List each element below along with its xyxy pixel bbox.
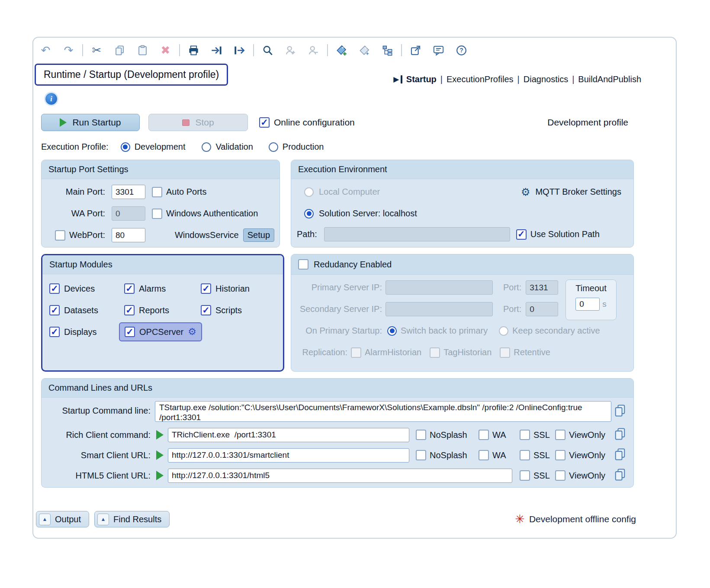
datasets-checkbox[interactable] [49, 305, 60, 315]
smart-ssl-checkbox[interactable] [520, 450, 530, 460]
search-icon[interactable] [256, 42, 279, 59]
windows-service-setup-button[interactable]: Setup [243, 228, 274, 242]
breadcrumb-item-diagnostics[interactable]: Diagnostics [524, 74, 568, 84]
output-button[interactable]: ▲ Output [36, 511, 89, 527]
user-remove-icon[interactable] [302, 42, 325, 59]
main-port-input[interactable] [112, 185, 145, 199]
command-lines-panel: Command Lines and URLs Startup Command l… [41, 378, 634, 488]
module-opcserver[interactable]: OPCServer ⚙ [119, 322, 202, 341]
auto-ports-checkbox[interactable] [152, 187, 162, 197]
reports-checkbox[interactable] [124, 305, 135, 315]
rich-wa-checkbox[interactable] [479, 430, 489, 440]
rich-nosplash-checkbox[interactable] [416, 430, 426, 440]
online-configuration-label: Online configuration [274, 117, 355, 128]
production-radio[interactable] [269, 142, 278, 152]
module-displays: Displays [49, 322, 124, 342]
open-external-icon[interactable] [404, 42, 427, 59]
delete-icon[interactable]: ✖ [154, 42, 177, 59]
find-results-button[interactable]: ▲ Find Results [94, 511, 170, 527]
rich-client-command-input[interactable] [168, 428, 409, 442]
user-add-icon[interactable] [279, 42, 302, 59]
run-smart-client-icon[interactable] [156, 450, 164, 460]
breadcrumb-separator: | [440, 74, 443, 84]
opcserver-checkbox[interactable] [125, 327, 135, 337]
run-startup-button[interactable]: Run Startup [41, 114, 140, 131]
webport-checkbox[interactable] [55, 230, 65, 241]
execution-environment-title: Execution Environment [291, 160, 633, 179]
tag-add-icon[interactable] [330, 42, 353, 59]
breadcrumb-item-startup[interactable]: Startup [406, 74, 437, 84]
redundancy-enabled-checkbox[interactable] [298, 259, 308, 270]
mqtt-broker-settings-button[interactable]: ⚙ MQTT Broker Settings [521, 187, 621, 197]
html5-viewonly-checkbox[interactable] [555, 470, 565, 481]
switch-back-to-primary-radio[interactable] [387, 326, 397, 336]
cut-icon[interactable]: ✂ [85, 42, 108, 59]
breadcrumb-item-executionprofiles[interactable]: ExecutionProfiles [447, 74, 514, 84]
smart-viewonly-checkbox[interactable] [555, 450, 565, 460]
html5-ssl-checkbox[interactable] [520, 470, 530, 481]
smart-client-url-input[interactable] [168, 448, 409, 463]
solution-server-radio[interactable] [304, 209, 314, 218]
webport-label: WebPort: [69, 230, 105, 240]
mqtt-broker-settings-label: MQTT Broker Settings [535, 187, 621, 197]
redo-icon[interactable]: ↷ [57, 42, 80, 59]
wa-port-input [112, 206, 145, 221]
development-radio[interactable] [121, 142, 130, 152]
displays-checkbox[interactable] [49, 327, 60, 337]
print-icon[interactable] [182, 42, 205, 59]
opcserver-gear-icon[interactable]: ⚙ [188, 327, 196, 337]
copy-html5-client-icon[interactable] [614, 468, 626, 483]
windows-service-label: WindowsService [175, 230, 239, 240]
copy-smart-client-icon[interactable] [614, 447, 626, 463]
export-icon[interactable] [228, 42, 251, 59]
startup-section-icon-bar [401, 75, 402, 84]
settings-window: ↶ ↷ ✂ ✖ ? Runtime / Startup (Development… [32, 37, 677, 539]
replication-alarmhistorian-checkbox[interactable] [351, 347, 361, 358]
webport-input[interactable] [112, 228, 145, 242]
windows-authentication-checkbox[interactable] [152, 209, 162, 219]
scripts-checkbox[interactable] [201, 305, 211, 315]
local-computer-radio[interactable] [304, 187, 314, 197]
html5-client-url-label: HTML5 Client URL: [49, 471, 151, 481]
keep-secondary-active-radio[interactable] [499, 326, 508, 336]
import-icon[interactable] [205, 42, 228, 59]
rich-nosplash-label: NoSplash [430, 430, 467, 440]
copy-icon[interactable] [108, 42, 131, 59]
tag-edit-icon[interactable] [353, 42, 376, 59]
breadcrumb-item-buildandpublish[interactable]: BuildAndPublish [578, 74, 641, 84]
rich-viewonly-checkbox[interactable] [555, 430, 565, 440]
help-icon[interactable]: ? [450, 42, 473, 59]
replication-alarmhistorian-label: AlarmHistorian [365, 347, 421, 357]
footer-bar: ▲ Output ▲ Find Results ✳ Development of… [36, 511, 676, 527]
smart-nosplash-checkbox[interactable] [416, 450, 426, 460]
replication-retentive-checkbox[interactable] [500, 347, 510, 358]
paste-icon[interactable] [131, 42, 154, 59]
use-solution-path-label: Use Solution Path [530, 229, 600, 239]
devices-checkbox[interactable] [49, 283, 60, 294]
info-icon[interactable]: i [45, 93, 57, 105]
primary-server-ip-input [386, 280, 493, 295]
rich-ssl-checkbox[interactable] [520, 430, 530, 440]
alarms-checkbox[interactable] [124, 283, 135, 294]
breadcrumb-separator: | [572, 74, 574, 84]
offline-icon: ✳ [515, 514, 525, 525]
undo-icon[interactable]: ↶ [34, 42, 57, 59]
switch-back-to-primary-label: Switch back to primary [401, 326, 488, 336]
html5-client-url-input[interactable] [168, 469, 512, 483]
run-rich-client-icon[interactable] [156, 430, 164, 440]
copy-startup-command-icon[interactable] [614, 404, 626, 419]
wa-port-label: WA Port: [71, 209, 105, 218]
replication-taghistorian-checkbox[interactable] [430, 347, 440, 358]
startup-section-icon: ▶ [393, 76, 399, 83]
run-html5-client-icon[interactable] [156, 471, 164, 480]
treeview-icon[interactable] [376, 42, 399, 59]
stop-button[interactable]: Stop [148, 114, 248, 131]
startup-command-line-value[interactable]: TStartup.exe /solution:"C:\Users\User\Do… [155, 401, 611, 422]
smart-wa-checkbox[interactable] [479, 450, 489, 460]
historian-checkbox[interactable] [201, 283, 211, 294]
online-configuration-checkbox[interactable] [259, 117, 270, 128]
copy-rich-client-icon[interactable] [614, 427, 626, 443]
use-solution-path-checkbox[interactable] [516, 229, 527, 240]
comment-icon[interactable] [427, 42, 450, 59]
validation-radio[interactable] [202, 142, 211, 152]
